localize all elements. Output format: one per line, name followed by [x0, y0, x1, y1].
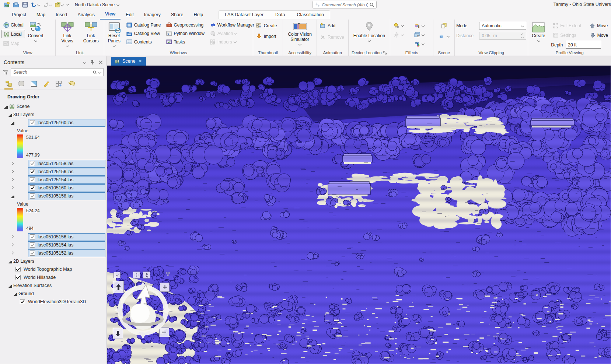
close-icon[interactable]: [99, 60, 103, 64]
layer-checkbox[interactable]: [30, 242, 35, 248]
expander-icon[interactable]: [8, 113, 12, 116]
tab-classification[interactable]: Classification: [291, 11, 330, 19]
layer-checkbox[interactable]: [20, 299, 25, 304]
layer-row[interactable]: lasc05105158.las: [0, 192, 107, 200]
contents-search-input[interactable]: [13, 70, 91, 75]
contents-search[interactable]: [11, 68, 104, 76]
list-by-drawing-order-button[interactable]: [5, 80, 13, 87]
layer-checkbox[interactable]: [15, 267, 21, 272]
pan-mode-button[interactable]: [133, 272, 140, 279]
scene-viewport[interactable]: [107, 66, 611, 364]
layer-checkbox[interactable]: [30, 169, 35, 174]
layer-row[interactable]: lasc05125154.las: [0, 176, 107, 184]
layer-row[interactable]: lasc05105152.las: [0, 249, 107, 257]
expander-icon[interactable]: [10, 186, 14, 190]
layer-checkbox[interactable]: [30, 177, 35, 182]
python-window-button[interactable]: Python Window: [164, 29, 206, 38]
clipping-distance-input[interactable]: 0.05 m: [479, 32, 526, 40]
lighting-button[interactable]: [392, 21, 411, 30]
tab-share[interactable]: Share: [166, 11, 188, 20]
expander-icon[interactable]: [10, 251, 14, 255]
layer-checkbox[interactable]: [15, 275, 21, 280]
customize-qat-button[interactable]: [66, 3, 70, 7]
spinner-up-icon[interactable]: [521, 34, 523, 35]
tree-node-3d-layers[interactable]: 3D Layers: [0, 111, 107, 119]
animation-remove-button[interactable]: Remove: [318, 33, 346, 41]
list-by-data-source-button[interactable]: [18, 80, 25, 87]
list-by-snapping-button[interactable]: [55, 80, 63, 87]
tab-project[interactable]: Project: [7, 11, 31, 20]
animation-add-button[interactable]: Add: [318, 21, 346, 30]
convert-button[interactable]: Convert: [26, 21, 46, 43]
layer-checkbox[interactable]: [30, 251, 35, 256]
layer-row[interactable]: lasc05105160.las: [0, 184, 107, 192]
list-by-labeling-button[interactable]: [68, 80, 75, 87]
pin-icon[interactable]: [90, 60, 94, 65]
open-project-button[interactable]: [12, 1, 20, 8]
expander-icon[interactable]: [10, 178, 14, 182]
local-button[interactable]: Local: [1, 30, 25, 38]
move-down-button[interactable]: Move: [588, 31, 610, 39]
link-views-button[interactable]: Link Views: [57, 21, 77, 48]
navigator-collapse-button[interactable]: [114, 272, 121, 278]
navigation-compass[interactable]: [114, 281, 172, 340]
layer-row[interactable]: lasc05125158.las: [0, 160, 107, 168]
layer-row-topo[interactable]: World Topographic Map: [0, 265, 107, 273]
layer-row-terrain[interactable]: WorldElevation3D/Terrain3D: [0, 298, 107, 306]
command-search-input[interactable]: [322, 3, 368, 7]
tree-node-elevation-surfaces[interactable]: Elevation Surfaces: [0, 281, 107, 290]
tab-help[interactable]: Help: [188, 11, 208, 20]
new-project-button[interactable]: [3, 1, 11, 8]
tab-las-dataset-layer[interactable]: LAS Dataset Layer: [219, 11, 269, 19]
layer-row-hillshade[interactable]: World Hillshade: [0, 273, 107, 281]
tree-node-ground[interactable]: Ground: [0, 290, 107, 298]
list-by-editing-button[interactable]: [43, 80, 50, 87]
layer-row[interactable]: lasc05105156.las: [0, 233, 107, 241]
color-vision-simulator-button[interactable]: Color Vision Simulator: [284, 21, 315, 47]
scene-overlap-button[interactable]: [439, 21, 448, 30]
link-cursors-button[interactable]: Link Cursors: [80, 21, 102, 45]
expander-icon[interactable]: [4, 105, 7, 108]
layer-checkbox[interactable]: [30, 120, 35, 125]
tab-map[interactable]: Map: [31, 11, 50, 20]
contents-button[interactable]: Contents: [125, 38, 163, 46]
clipping-mode-combo[interactable]: Automatic: [479, 22, 526, 30]
effects-settings-button[interactable]: [412, 40, 432, 48]
list-by-selection-button[interactable]: [30, 80, 38, 87]
aviation-button[interactable]: Aviation: [208, 29, 260, 38]
full-extent-button[interactable]: Full Extent: [551, 21, 583, 30]
expander-icon[interactable]: [10, 194, 14, 198]
shadows-button[interactable]: [392, 31, 411, 39]
expander-icon[interactable]: [13, 292, 17, 295]
layer-checkbox[interactable]: [30, 161, 35, 166]
layer-checkbox[interactable]: [30, 185, 35, 190]
expander-icon[interactable]: [8, 259, 12, 263]
tree-node-2d-layers[interactable]: 2D Layers: [0, 257, 107, 265]
layer-row[interactable]: lasc05125156.las: [0, 168, 107, 176]
add-data-button[interactable]: [54, 1, 64, 8]
walk-mode-button[interactable]: [143, 272, 150, 279]
tasks-button[interactable]: Tasks: [164, 38, 206, 46]
depth-input[interactable]: [566, 41, 601, 49]
layer-row[interactable]: lasc05125160.las: [0, 119, 107, 127]
catalog-pane-button[interactable]: Catalog Pane: [125, 21, 163, 29]
expander-icon[interactable]: [10, 170, 14, 174]
chevron-down-icon[interactable]: [116, 4, 119, 6]
layer-checkbox[interactable]: [30, 193, 35, 199]
tab-analysis[interactable]: Analysis: [73, 11, 100, 20]
account-name[interactable]: Tammy - Ohio State Univers: [554, 2, 611, 7]
expander-icon[interactable]: [10, 121, 14, 125]
dialog-launcher-icon[interactable]: [383, 51, 387, 55]
expander-icon[interactable]: [10, 243, 14, 247]
expander-icon[interactable]: [10, 235, 14, 239]
expander-icon[interactable]: [8, 284, 12, 287]
map-button[interactable]: Map: [1, 39, 25, 48]
profile-create-button[interactable]: Create: [530, 21, 547, 43]
catalog-view-button[interactable]: Catalog View: [125, 29, 163, 38]
profile-settings-button[interactable]: Settings: [551, 31, 577, 39]
save-project-button[interactable]: [21, 1, 29, 8]
geoprocessing-button[interactable]: Geoprocessing: [164, 21, 206, 29]
scene-cube-button[interactable]: [437, 32, 451, 41]
tab-edit[interactable]: Edit: [121, 11, 139, 20]
indoors-button[interactable]: Indoors: [208, 38, 260, 46]
